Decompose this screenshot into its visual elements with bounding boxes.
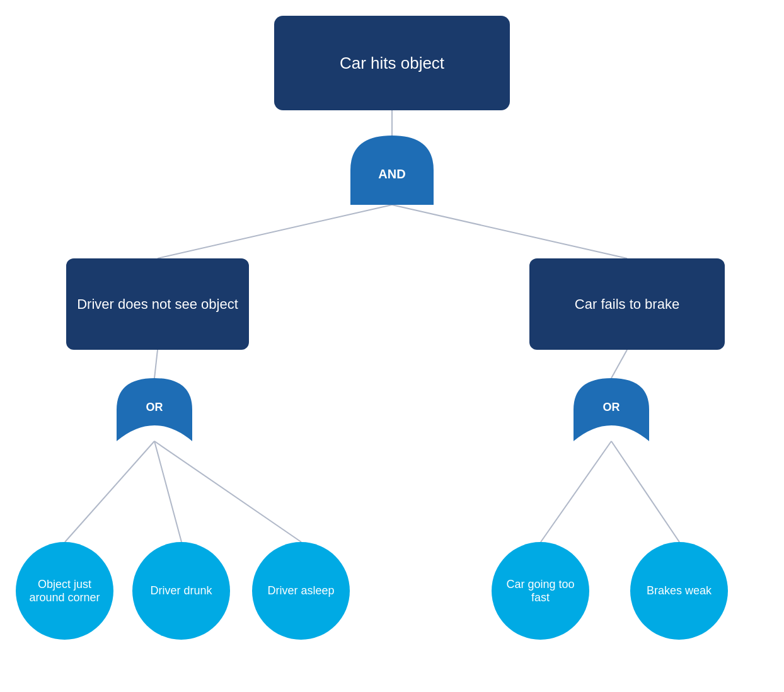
svg-line-8 [541, 441, 611, 542]
svg-line-6 [154, 441, 182, 542]
leaf-5-label: Brakes weak [647, 584, 712, 597]
leaf-brakes-weak: Brakes weak [630, 542, 728, 640]
or-gate-right-svg: OR [574, 378, 649, 441]
node-driver-not-see: Driver does not see object [66, 258, 249, 350]
svg-line-2 [392, 205, 627, 258]
leaf-4-label: Car going too fast [501, 578, 580, 604]
svg-line-5 [65, 441, 154, 542]
or-gate-left-svg: OR [117, 378, 192, 441]
svg-line-3 [154, 350, 158, 378]
svg-text:OR: OR [146, 401, 163, 413]
node-car-fails-brake: Car fails to brake [529, 258, 725, 350]
svg-text:AND: AND [378, 167, 405, 181]
node-right-label: Car fails to brake [575, 296, 679, 313]
svg-text:OR: OR [603, 401, 620, 413]
root-node-label: Car hits object [340, 54, 444, 73]
node-left-label: Driver does not see object [77, 296, 238, 313]
svg-line-9 [611, 441, 679, 542]
leaf-car-going-too-fast: Car going too fast [492, 542, 589, 640]
leaf-driver-asleep: Driver asleep [252, 542, 350, 640]
leaf-2-label: Driver drunk [150, 584, 212, 597]
leaf-driver-drunk: Driver drunk [132, 542, 230, 640]
svg-line-7 [154, 441, 301, 542]
svg-line-1 [158, 205, 392, 258]
root-node: Car hits object [274, 16, 510, 110]
leaf-1-label: Object just around corner [25, 578, 104, 604]
diagram-container: Car hits object AND Driver does not see … [0, 0, 784, 692]
leaf-3-label: Driver asleep [267, 584, 334, 597]
and-gate-svg: AND [350, 136, 434, 205]
leaf-object-around-corner: Object just around corner [16, 542, 113, 640]
svg-line-4 [611, 350, 627, 378]
